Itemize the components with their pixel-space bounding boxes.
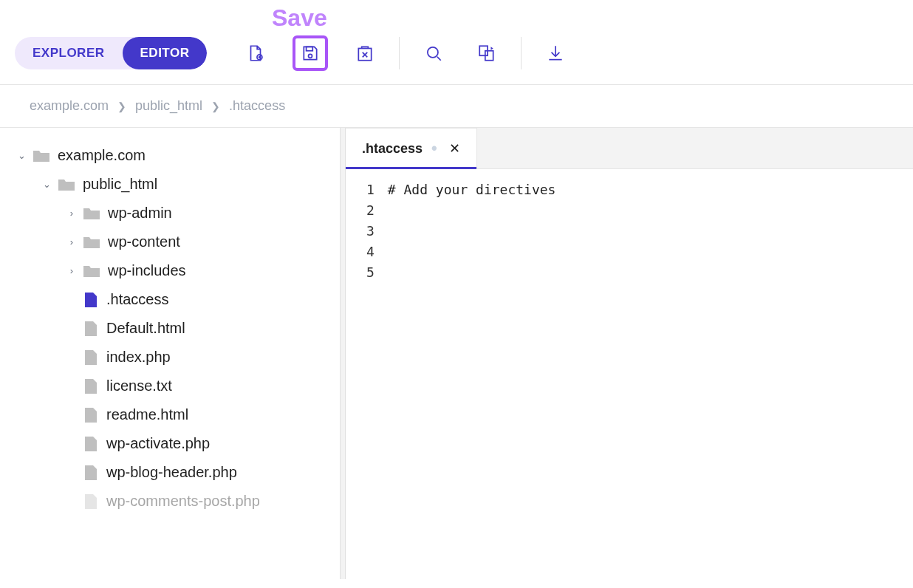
tree-label: public_html <box>83 176 157 193</box>
breadcrumb-item[interactable]: public_html <box>135 98 202 114</box>
chevron-down-icon[interactable]: ⌄ <box>15 150 28 161</box>
folder-icon <box>83 264 100 278</box>
breadcrumb-item[interactable]: .htaccess <box>229 98 285 114</box>
chevron-right-icon[interactable]: › <box>65 265 78 276</box>
editor-tabs: .htaccess • ✕ <box>346 128 913 169</box>
chevron-right-icon: ❯ <box>211 100 220 112</box>
tree-file[interactable]: · index.php <box>15 343 332 372</box>
tree-file[interactable]: · wp-activate.php <box>15 429 332 458</box>
tree-label: wp-activate.php <box>106 435 210 452</box>
svg-point-4 <box>428 47 438 58</box>
file-icon <box>84 378 98 394</box>
save-icon[interactable] <box>300 43 321 64</box>
tree-label: license.txt <box>106 377 172 394</box>
search-icon[interactable] <box>423 43 444 64</box>
tree-file[interactable]: · readme.html <box>15 400 332 429</box>
tree-file[interactable]: · license.txt <box>15 372 332 400</box>
tree-label: readme.html <box>106 406 188 423</box>
chevron-right-icon[interactable]: › <box>65 208 78 219</box>
tree-folder[interactable]: › wp-admin <box>15 199 332 228</box>
save-button-highlight <box>293 35 328 71</box>
tree-label: wp-admin <box>108 205 172 222</box>
toolbar-separator <box>399 37 400 69</box>
editor-pane: .htaccess • ✕ 12345 # Add your directive… <box>346 128 913 579</box>
mode-toggle: EXPLORER EDITOR <box>15 37 207 69</box>
toolbar: EXPLORER EDITOR <box>0 0 913 85</box>
tab-label: .htaccess <box>362 141 423 157</box>
tree-folder[interactable]: ⌄ public_html <box>15 170 332 199</box>
discard-icon[interactable] <box>355 43 375 64</box>
close-icon[interactable]: ✕ <box>449 140 460 157</box>
explorer-tab-button[interactable]: EXPLORER <box>15 37 123 69</box>
editor-tab-button[interactable]: EDITOR <box>123 37 208 69</box>
file-icon <box>84 292 98 308</box>
file-icon <box>84 493 98 510</box>
tree-folder[interactable]: › wp-content <box>15 228 332 256</box>
breadcrumb-item[interactable]: example.com <box>30 98 109 114</box>
editor-tab[interactable]: .htaccess • ✕ <box>346 128 477 168</box>
tree-label: wp-includes <box>108 262 186 279</box>
pane-splitter[interactable] <box>340 128 346 579</box>
toolbar-separator <box>521 37 522 69</box>
tree-file[interactable]: · wp-comments-post.php <box>15 487 332 516</box>
chevron-right-icon[interactable]: › <box>65 236 78 247</box>
folder-icon <box>33 148 50 163</box>
tree-file[interactable]: · Default.html <box>15 314 332 343</box>
tree-label: index.php <box>106 349 171 366</box>
folder-icon <box>83 206 100 221</box>
svg-rect-1 <box>307 47 313 50</box>
tree-label: wp-comments-post.php <box>106 493 260 510</box>
chevron-down-icon[interactable]: ⌄ <box>40 179 53 190</box>
tree-folder[interactable]: › wp-includes <box>15 256 332 285</box>
save-annotation-label: Save <box>272 4 327 32</box>
code-editor[interactable]: 12345 # Add your directives <box>346 169 913 283</box>
file-icon <box>84 436 98 452</box>
folder-icon <box>83 235 100 250</box>
file-tree: ⌄ example.com ⌄ public_html › wp-admin ›… <box>0 128 340 579</box>
line-gutter: 12345 <box>346 180 388 283</box>
code-line: # Add your directives <box>388 180 913 200</box>
code-lines[interactable]: # Add your directives <box>388 180 913 283</box>
file-icon <box>84 321 98 337</box>
breadcrumb: example.com ❯ public_html ❯ .htaccess <box>0 85 913 128</box>
file-icon <box>84 407 98 423</box>
download-icon[interactable] <box>545 43 566 64</box>
tree-file-selected[interactable]: · .htaccess <box>15 285 332 314</box>
tree-label: wp-blog-header.php <box>106 464 237 481</box>
tree-label: example.com <box>58 147 146 164</box>
file-icon <box>84 349 98 366</box>
svg-point-2 <box>309 54 312 58</box>
tree-label: Default.html <box>106 320 185 337</box>
tree-file[interactable]: · wp-blog-header.php <box>15 458 332 487</box>
replace-icon[interactable] <box>476 43 497 64</box>
chevron-right-icon: ❯ <box>117 100 126 112</box>
file-icon <box>84 465 98 481</box>
folder-icon <box>58 177 75 192</box>
tree-label: .htaccess <box>106 291 168 308</box>
tree-folder-root[interactable]: ⌄ example.com <box>15 141 332 170</box>
tree-label: wp-content <box>108 233 180 250</box>
new-file-icon[interactable] <box>245 43 266 64</box>
